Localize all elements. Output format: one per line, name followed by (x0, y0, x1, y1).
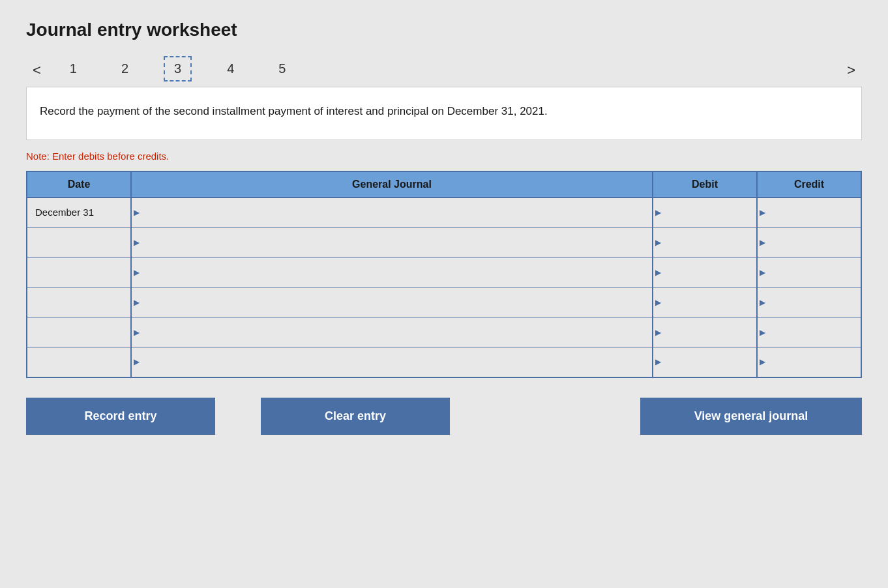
journal-table: Date General Journal Debit Credit Decemb… (26, 171, 862, 378)
gj-cell-2[interactable]: ▶ (131, 257, 653, 287)
note-text: Note: Enter debits before credits. (26, 151, 862, 162)
arrow-icon: ▶ (760, 357, 765, 366)
table-row: ▶▶▶ (27, 317, 861, 347)
debit-input-2[interactable] (653, 257, 756, 287)
gj-cell-1[interactable]: ▶ (131, 228, 653, 257)
debit-input-4[interactable] (653, 317, 756, 347)
table-row: ▶▶▶ (27, 287, 861, 317)
credit-cell-1[interactable]: ▶ (757, 228, 861, 257)
arrow-icon: ▶ (134, 208, 140, 217)
next-page-button[interactable]: > (840, 59, 862, 81)
instruction-box: Record the payment of the second install… (26, 87, 862, 140)
credit-input-4[interactable] (758, 317, 861, 347)
credit-cell-5[interactable]: ▶ (757, 347, 861, 377)
arrow-icon: ▶ (655, 208, 661, 217)
arrow-icon: ▶ (655, 357, 661, 366)
gj-input-5[interactable] (132, 347, 652, 377)
credit-input-2[interactable] (758, 257, 861, 287)
debit-input-0[interactable] (653, 198, 756, 228)
arrow-icon: ▶ (655, 328, 661, 337)
page-3-active[interactable]: 3 (164, 56, 192, 81)
arrow-icon: ▶ (134, 357, 140, 366)
header-general-journal: General Journal (131, 171, 653, 198)
gj-cell-5[interactable]: ▶ (131, 347, 653, 377)
date-cell-5 (27, 347, 131, 377)
arrow-icon: ▶ (134, 298, 140, 307)
gj-cell-3[interactable]: ▶ (131, 287, 653, 317)
gj-input-2[interactable] (132, 257, 652, 287)
date-cell-2 (27, 257, 131, 287)
gj-input-1[interactable] (132, 228, 652, 257)
arrow-icon: ▶ (655, 268, 661, 277)
arrow-icon: ▶ (760, 208, 765, 217)
arrow-icon: ▶ (134, 238, 140, 247)
debit-input-3[interactable] (653, 287, 756, 317)
debit-cell-0[interactable]: ▶ (653, 198, 757, 228)
page-1[interactable]: 1 (61, 57, 86, 80)
instruction-text: Record the payment of the second install… (40, 105, 548, 117)
header-date: Date (27, 171, 131, 198)
arrow-icon: ▶ (655, 238, 661, 247)
table-row: December 31▶▶▶ (27, 198, 861, 228)
gj-cell-4[interactable]: ▶ (131, 317, 653, 347)
credit-cell-4[interactable]: ▶ (757, 317, 861, 347)
arrow-icon: ▶ (655, 298, 661, 307)
credit-input-3[interactable] (758, 287, 861, 317)
credit-cell-3[interactable]: ▶ (757, 287, 861, 317)
credit-input-5[interactable] (758, 347, 861, 377)
debit-cell-2[interactable]: ▶ (653, 257, 757, 287)
arrow-icon: ▶ (760, 298, 765, 307)
debit-input-5[interactable] (653, 347, 756, 377)
clear-entry-button[interactable]: Clear entry (261, 398, 450, 435)
date-cell-3 (27, 287, 131, 317)
gj-cell-0[interactable]: ▶ (131, 198, 653, 228)
page-4[interactable]: 4 (218, 57, 243, 80)
credit-cell-2[interactable]: ▶ (757, 257, 861, 287)
bottom-buttons: Record entry Clear entry View general jo… (26, 398, 862, 435)
table-row: ▶▶▶ (27, 347, 861, 377)
gj-input-0[interactable] (132, 198, 652, 228)
arrow-icon: ▶ (760, 238, 765, 247)
prev-page-button[interactable]: < (26, 59, 48, 81)
credit-input-0[interactable] (758, 198, 861, 228)
date-cell-1 (27, 228, 131, 257)
date-cell-4 (27, 317, 131, 347)
debit-cell-4[interactable]: ▶ (653, 317, 757, 347)
table-row: ▶▶▶ (27, 257, 861, 287)
arrow-icon: ▶ (134, 328, 140, 337)
gj-input-3[interactable] (132, 287, 652, 317)
gj-input-4[interactable] (132, 317, 652, 347)
view-general-journal-button[interactable]: View general journal (640, 398, 862, 435)
date-cell-0: December 31 (27, 198, 131, 228)
page-title: Journal entry worksheet (26, 20, 862, 40)
page-5[interactable]: 5 (269, 57, 295, 80)
header-debit: Debit (653, 171, 757, 198)
pagination-numbers: 1 2 3 4 5 (61, 56, 295, 81)
arrow-icon: ▶ (760, 268, 765, 277)
page-2[interactable]: 2 (112, 57, 138, 80)
debit-cell-3[interactable]: ▶ (653, 287, 757, 317)
debit-cell-5[interactable]: ▶ (653, 347, 757, 377)
record-entry-button[interactable]: Record entry (26, 398, 215, 435)
credit-input-1[interactable] (758, 228, 861, 257)
debit-cell-1[interactable]: ▶ (653, 228, 757, 257)
header-credit: Credit (757, 171, 861, 198)
credit-cell-0[interactable]: ▶ (757, 198, 861, 228)
table-row: ▶▶▶ (27, 228, 861, 257)
arrow-icon: ▶ (760, 328, 765, 337)
arrow-icon: ▶ (134, 268, 140, 277)
debit-input-1[interactable] (653, 228, 756, 257)
